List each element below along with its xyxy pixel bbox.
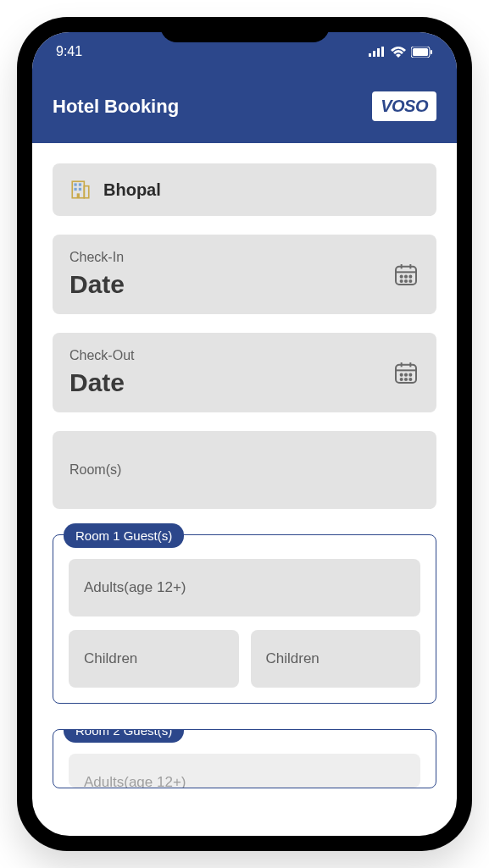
- room-2-section: Room 2 Guest(s) Adults(age 12+): [53, 729, 436, 788]
- wifi-icon: [391, 47, 406, 58]
- room-1-children-2-field[interactable]: Children: [251, 630, 421, 688]
- room-1-children-1-field[interactable]: Children: [69, 630, 239, 688]
- svg-rect-13: [84, 186, 88, 198]
- room-2-adults-field[interactable]: Adults(age 12+): [69, 754, 420, 788]
- check-in-label: Check-In: [69, 250, 125, 265]
- calendar-icon: [392, 261, 420, 288]
- calendar-icon: [392, 359, 420, 386]
- svg-rect-2: [377, 48, 380, 57]
- svg-point-29: [405, 374, 407, 376]
- svg-rect-5: [413, 48, 428, 56]
- screen: 9:41 Hotel Booking VOSO Bhopal Check-In …: [32, 32, 457, 836]
- status-time: 9:41: [56, 44, 82, 59]
- svg-rect-8: [74, 183, 76, 185]
- brand-logo: VOSO: [372, 91, 436, 121]
- svg-point-31: [401, 379, 403, 380]
- check-in-field[interactable]: Check-In Date: [53, 235, 436, 314]
- svg-point-22: [405, 280, 407, 282]
- svg-rect-3: [381, 47, 384, 57]
- svg-point-23: [409, 280, 411, 282]
- room-1-title: Room 1 Guest(s): [64, 523, 184, 548]
- hotel-icon: [69, 179, 92, 201]
- room-1-adults-field[interactable]: Adults(age 12+): [69, 559, 420, 616]
- rooms-label: Room(s): [69, 462, 121, 478]
- phone-frame: 9:41 Hotel Booking VOSO Bhopal Check-In …: [17, 17, 472, 851]
- svg-rect-0: [369, 53, 371, 57]
- svg-point-18: [401, 276, 403, 278]
- svg-point-21: [401, 280, 403, 282]
- app-header: Hotel Booking VOSO: [32, 66, 457, 143]
- location-field[interactable]: Bhopal: [53, 163, 436, 216]
- check-out-label: Check-Out: [69, 348, 134, 363]
- content-area: Bhopal Check-In Date Check-Out Date Room…: [32, 143, 457, 804]
- room-1-section: Room 1 Guest(s) Adults(age 12+) Children…: [53, 534, 436, 704]
- phone-notch: [160, 17, 330, 42]
- svg-rect-1: [373, 51, 375, 57]
- svg-rect-6: [431, 50, 432, 54]
- battery-icon: [411, 47, 433, 58]
- svg-rect-10: [74, 188, 76, 191]
- check-out-field[interactable]: Check-Out Date: [53, 333, 436, 412]
- check-out-value: Date: [69, 368, 134, 397]
- svg-point-28: [401, 374, 403, 376]
- check-in-value: Date: [69, 270, 125, 299]
- cellular-icon: [369, 47, 386, 57]
- svg-point-30: [409, 374, 411, 376]
- svg-point-32: [405, 379, 407, 380]
- svg-rect-11: [79, 188, 81, 191]
- svg-point-19: [405, 276, 407, 278]
- rooms-field[interactable]: Room(s): [53, 431, 436, 509]
- svg-rect-12: [77, 193, 80, 197]
- location-value: Bhopal: [103, 180, 161, 200]
- room-2-title: Room 2 Guest(s): [64, 729, 184, 743]
- svg-rect-9: [79, 183, 81, 185]
- svg-point-20: [409, 276, 411, 278]
- svg-point-33: [409, 379, 411, 380]
- page-title: Hotel Booking: [53, 96, 179, 118]
- status-icons: [369, 47, 433, 58]
